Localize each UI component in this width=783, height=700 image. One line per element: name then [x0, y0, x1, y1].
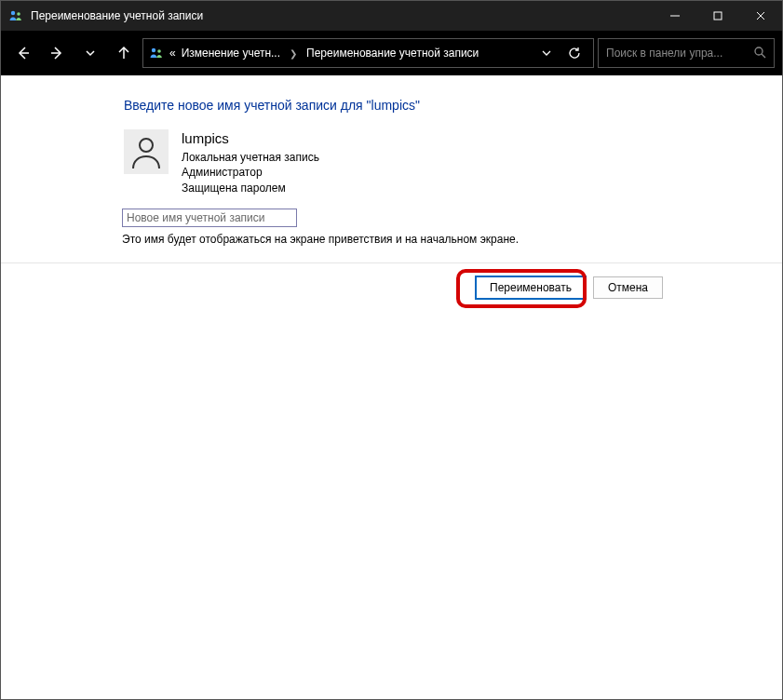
- address-icon: [149, 46, 164, 61]
- account-role: Администратор: [182, 165, 319, 180]
- svg-point-13: [140, 139, 153, 152]
- forward-button[interactable]: [42, 38, 72, 68]
- button-row: Переименовать Отмена: [1, 263, 782, 299]
- app-icon: [8, 8, 23, 23]
- window-title: Переименование учетной записи: [31, 9, 203, 22]
- svg-line-12: [762, 54, 765, 58]
- account-protected: Защищена паролем: [182, 181, 319, 195]
- navbar: « Изменение учетн... ❯ Переименование уч…: [1, 31, 782, 75]
- breadcrumb-2[interactable]: Переименование учетной записи: [306, 47, 479, 60]
- window-controls: [654, 1, 782, 31]
- window: Переименование учетной записи: [0, 0, 783, 700]
- search-icon[interactable]: [753, 46, 766, 61]
- minimize-button[interactable]: [654, 1, 696, 31]
- address-bar[interactable]: « Изменение учетн... ❯ Переименование уч…: [142, 38, 594, 68]
- rename-button[interactable]: Переименовать: [476, 276, 586, 299]
- address-dropdown[interactable]: [533, 40, 560, 66]
- chevron-right-icon[interactable]: ❯: [286, 48, 301, 59]
- account-type: Локальная учетная запись: [182, 150, 319, 165]
- back-button[interactable]: [8, 38, 38, 68]
- account-info: lumpics Локальная учетная запись Админис…: [182, 129, 319, 195]
- search-input[interactable]: [606, 47, 748, 60]
- svg-rect-3: [714, 12, 722, 20]
- svg-point-9: [152, 48, 155, 52]
- maximize-button[interactable]: [696, 1, 739, 31]
- search-bar[interactable]: [598, 38, 775, 68]
- cancel-button[interactable]: Отмена: [593, 276, 663, 299]
- svg-point-0: [11, 11, 15, 15]
- page-heading: Введите новое имя учетной записи для "lu…: [124, 98, 782, 113]
- svg-point-1: [17, 12, 20, 16]
- content-area: Введите новое имя учетной записи для "lu…: [1, 75, 782, 699]
- titlebar: Переименование учетной записи: [1, 1, 782, 31]
- new-account-name-input[interactable]: [122, 209, 297, 227]
- recent-dropdown[interactable]: [75, 38, 105, 68]
- up-button[interactable]: [109, 38, 139, 68]
- breadcrumb-1[interactable]: Изменение учетн...: [182, 47, 280, 60]
- avatar: [124, 129, 169, 174]
- account-block: lumpics Локальная учетная запись Админис…: [124, 129, 782, 195]
- close-button[interactable]: [739, 1, 782, 31]
- svg-point-10: [157, 49, 161, 53]
- svg-point-11: [755, 47, 763, 55]
- breadcrumb-prefix: «: [169, 47, 176, 60]
- account-name: lumpics: [182, 129, 319, 148]
- refresh-button[interactable]: [561, 40, 587, 66]
- hint-text: Это имя будет отображаться на экране при…: [122, 233, 782, 246]
